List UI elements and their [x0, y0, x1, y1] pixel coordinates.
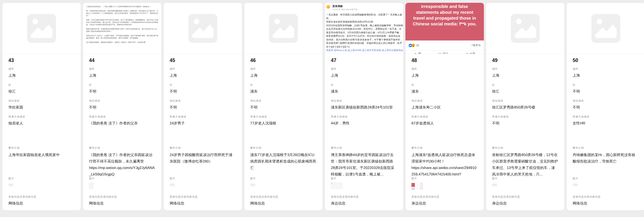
image-label: 图片 [412, 177, 479, 180]
address-value: 浦东新区唐镇创新西路28弄24号101室 [331, 105, 398, 110]
source-type-label: 直接信息还是间接信息 [170, 195, 237, 198]
victim-label: 死者大体描述 [170, 115, 237, 118]
case-card-49[interactable]: 49 城市上海 区徐汇 地址描述徐汇区罗秀路850弄26号楼 死者大体描述不明 … [486, 2, 565, 211]
case-image-facebook-screenshot[interactable]: irresponsible and false statements about… [406, 3, 484, 54]
case-card-43[interactable]: 43 城市上海 区徐汇 地址描述华欣家园 死者大体描述独居老人 事件介绍上海华欣… [2, 2, 81, 211]
event-value: 博主茶香禅静44岁的堂哥因延误治疗去世：我哥哥家住浦东新区唐镇创新西路28弄24… [331, 152, 397, 178]
case-number: 50 [573, 57, 640, 63]
comments-count[interactable]: 7条评论 [471, 43, 481, 47]
city-value: 上海 [573, 73, 640, 78]
source-type-value: 网络信息 [170, 201, 237, 206]
address-value: 徐汇区罗秀路850弄26号楼 [492, 105, 559, 110]
case-card-board: 43 城市上海 区徐汇 地址描述华欣家园 死者大体描述独居老人 事件介绍上海华欣… [0, 0, 644, 211]
address-value: 华欣家园 [8, 105, 76, 110]
case-image-article-screenshot[interactable]: 人都没有这样的机会，一个病人需要几十个人的同时帮助和关怀才有可能获得一丝的机会！… [83, 3, 162, 54]
event-label: 事件介绍 [573, 146, 640, 149]
district-label: 区 [412, 83, 479, 86]
case-image-empty[interactable] [2, 3, 81, 54]
city-value: 上海 [412, 73, 479, 78]
event-label: 事件介绍 [412, 146, 479, 149]
district-label: 区 [250, 83, 318, 86]
case-image-empty[interactable] [567, 3, 644, 54]
event-value: 坐标徐汇区罗秀路850弄26号楼，12号在小区群里求救需要硝酸甘油，没见到救护车… [492, 152, 558, 178]
district-value: 不明 [573, 89, 640, 94]
district-value: 徐汇 [492, 89, 559, 94]
image-thumbnail[interactable] [420, 182, 423, 190]
image-thumbnail[interactable] [331, 182, 342, 189]
share-button[interactable]: 分享 [465, 52, 475, 54]
event-value: 浦东77岁老人沈瑞根于3月28日晚在ICU病房因长期末肾透析造成的心肌衰竭而死亡 [250, 152, 316, 171]
victim-label: 死者大体描述 [412, 115, 479, 118]
city-label: 城市 [573, 67, 640, 70]
image-label: 图片 [250, 177, 318, 180]
victim-label: 死者大体描述 [250, 115, 318, 118]
case-card-50[interactable]: 50 城市上海 区不明 地址描述不明 死者大体描述女性HR 事件介绍丹纳赫集团的… [566, 2, 644, 211]
city-label: 城市 [492, 67, 559, 70]
address-value: 不明 [250, 105, 318, 110]
source-type-label: 直接信息还是间接信息 [412, 195, 479, 198]
address-value: 上海浦东寿二小区 [412, 105, 479, 110]
victim-value: 不明 [492, 121, 559, 126]
case-card-45[interactable]: 45 城市上海 区不明 地址描述不明 死者大体描述24岁男子 事件介绍24岁男子… [163, 2, 242, 211]
like-button[interactable]: 赞 [414, 52, 421, 54]
image-label: 图片 [170, 177, 237, 180]
city-label: 城市 [89, 67, 156, 70]
victim-value: 《我的爸爸 没了》作者的父亲 [89, 121, 156, 126]
image-label: 图片 [492, 177, 559, 180]
case-card-46[interactable]: 46 城市上海 区浦东 地址描述不明 死者大体描述77岁老人沈瑞根 事件介绍浦东… [244, 2, 323, 211]
image-thumbnail[interactable] [8, 184, 14, 186]
article-paragraph: 收下我送来的物资，妈妈就“赶我回去”：快回去！快回去！外面不安宁，你别再有事 [86, 41, 158, 43]
district-label: 区 [170, 83, 237, 86]
article-paragraph: 然而，4月3日被告知爸爸不得不进行高位截肢，由于下肢动脉硬化，整条腿要截去，我作… [86, 19, 158, 26]
city-value: 上海 [8, 73, 76, 78]
address-value: 不明 [89, 105, 156, 110]
address-value: 不明 [170, 105, 237, 110]
address-label: 地址描述 [250, 99, 318, 102]
source-type-label: 直接信息还是间接信息 [250, 195, 318, 198]
event-value: 24岁男子因核酸而延误治疗而猝死于浦东医院（微博@红茶260） [170, 152, 236, 165]
event-value: 丹纳赫集团的某Hr，因心脏猝死没有核酸报告耽误治疗，导致死亡 [573, 152, 638, 165]
image-thumbnail[interactable] [573, 184, 578, 186]
image-thumbnail[interactable] [492, 184, 497, 186]
case-image-weibo-screenshot[interactable]: 茶香禅静 4-2 02:31 来自 iPhone客户端 一名志愿者，昨日我投入路… [325, 3, 403, 54]
district-value: 不明 [170, 89, 237, 94]
weibo-text-line: 班。 [326, 16, 403, 20]
city-value: 上海 [250, 73, 318, 78]
city-label: 城市 [250, 67, 318, 70]
address-label: 地址描述 [89, 99, 156, 102]
comment-button[interactable]: 评论 [438, 52, 448, 54]
image-label: 图片 [89, 177, 156, 180]
case-card-48[interactable]: irresponsible and false statements about… [405, 2, 484, 211]
case-card-44[interactable]: 人都没有这样的机会，一个病人需要几十个人的同时帮助和关怀才有可能获得一丝的机会！… [83, 2, 162, 211]
victim-value: 67岁血透病人 [412, 121, 479, 126]
event-label: 事件介绍 [8, 146, 76, 149]
source-type-label: 直接信息还是间接信息 [8, 195, 76, 198]
city-label: 城市 [8, 67, 76, 70]
article-paragraph: 人都没有这样的机会，一个病人需要几十个人的同时帮助和关怀才有可能获得一丝的机会！ [86, 5, 158, 8]
district-value: 浦东 [331, 89, 398, 94]
case-card-47[interactable]: 茶香禅静 4-2 02:31 来自 iPhone客户端 一名志愿者，昨日我投入路… [324, 2, 404, 211]
case-image-empty[interactable] [486, 3, 564, 54]
address-label: 地址描述 [412, 99, 479, 102]
victim-label: 死者大体描述 [331, 115, 398, 118]
victim-value: 女性HR [573, 121, 640, 126]
weibo-text-line: 一名志愿者，昨日我投入路浦西核酸检测的队伍，但是累了一天后晚上接 [326, 13, 403, 16]
weibo-text-line: 复是等待领导批示。3月30日因为病情引起心衰，4月1日上午呼吸不畅， [326, 31, 403, 34]
image-thumbnail[interactable] [416, 182, 418, 190]
weibo-text-line: 0220329去医院采样核酸，以便1号血透，晚上被告知核酸异样，等待转移 [326, 24, 403, 27]
weibo-text-line: 恳求相关部门能帮忙处理好后续问题，并做好两位老人的心理疏导，给予 [326, 41, 403, 45]
address-label: 地址描述 [170, 99, 237, 102]
case-number: 46 [250, 57, 318, 63]
case-image-empty[interactable] [164, 3, 242, 54]
reaction-count: 19 [416, 44, 419, 47]
image-thumbnail[interactable] [170, 184, 175, 186]
case-number: 44 [89, 57, 156, 63]
image-thumbnail[interactable] [250, 184, 256, 186]
weibo-mentions-line: 海发布 @News上海 @上海12345 @上海市市民信箱 @上海市志愿者协会 [326, 48, 403, 52]
image-placeholder-icon [188, 14, 217, 43]
image-thumbnail[interactable] [89, 182, 93, 189]
source-type-label: 直接信息还是间接信息 [89, 195, 156, 198]
case-image-empty[interactable] [244, 3, 323, 54]
image-thumbnail[interactable] [412, 182, 415, 190]
city-value: 上海 [89, 73, 156, 78]
